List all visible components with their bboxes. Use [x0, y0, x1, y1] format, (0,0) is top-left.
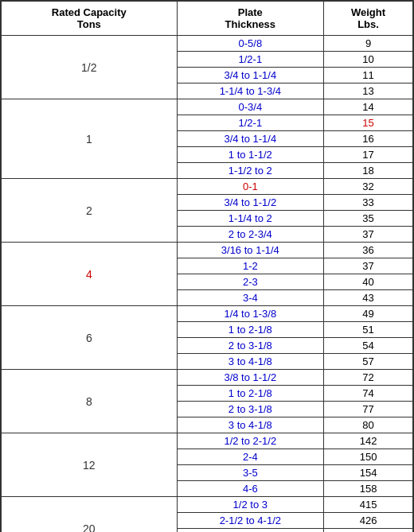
weight-cell: 80 — [324, 417, 413, 433]
capacity-cell: 2 — [1, 179, 177, 243]
weight-cell: 49 — [324, 306, 413, 322]
capacity-table: Rated CapacityTons PlateThickness Weight… — [0, 0, 414, 532]
plate-cell: 1 to 1-1/2 — [177, 147, 324, 163]
weight-cell: 15 — [324, 115, 413, 131]
plate-cell: 3/8 to 1-1/2 — [177, 370, 324, 386]
weight-cell: 43 — [324, 290, 413, 306]
plate-cell: 3/16 to 1-1/4 — [177, 243, 324, 258]
header-plate: PlateThickness — [177, 1, 324, 36]
plate-cell: 1/2 to 3 — [177, 497, 324, 513]
weight-cell: 430 — [324, 529, 413, 533]
weight-cell: 415 — [324, 497, 413, 513]
weight-cell: 51 — [324, 322, 413, 338]
plate-cell: 2-3 — [177, 274, 324, 290]
weight-cell: 158 — [324, 481, 413, 497]
plate-cell: 2 to 3-1/8 — [177, 338, 324, 354]
weight-cell: 57 — [324, 354, 413, 370]
weight-cell: 9 — [324, 36, 413, 52]
capacity-cell: 1 — [1, 99, 177, 179]
plate-cell: 1-2 — [177, 258, 324, 274]
header-capacity: Rated CapacityTons — [1, 1, 177, 36]
plate-cell: 2 to 3-1/8 — [177, 402, 324, 417]
plate-cell: 1/4 to 1-3/8 — [177, 306, 324, 322]
plate-cell: 1 to 2-1/8 — [177, 322, 324, 338]
weight-cell: 37 — [324, 258, 413, 274]
plate-cell: 1-1/2 to 2 — [177, 163, 324, 179]
plate-cell: 3/4 to 1-1/4 — [177, 131, 324, 147]
plate-cell: 3 to 4-1/8 — [177, 417, 324, 433]
capacity-cell: 20 — [1, 497, 177, 533]
weight-cell: 11 — [324, 68, 413, 83]
weight-cell: 72 — [324, 370, 413, 386]
weight-cell: 33 — [324, 195, 413, 211]
plate-cell: 1-1/4 to 1-3/4 — [177, 83, 324, 99]
capacity-cell: 8 — [1, 370, 177, 433]
plate-cell: 1/2-1 — [177, 52, 324, 68]
plate-cell: 3-4 — [177, 290, 324, 306]
plate-cell: 3-5 — [177, 529, 324, 533]
capacity-cell: 6 — [1, 306, 177, 370]
plate-cell: 2 to 2-3/4 — [177, 227, 324, 243]
plate-cell: 1/2 to 2-1/2 — [177, 433, 324, 449]
capacity-cell: 12 — [1, 433, 177, 497]
weight-cell: 37 — [324, 227, 413, 243]
weight-cell: 40 — [324, 274, 413, 290]
weight-cell: 36 — [324, 243, 413, 258]
plate-cell: 3/4 to 1-1/2 — [177, 195, 324, 211]
plate-cell: 1 to 2-1/8 — [177, 386, 324, 402]
plate-cell: 0-5/8 — [177, 36, 324, 52]
weight-cell: 17 — [324, 147, 413, 163]
plate-cell: 3 to 4-1/8 — [177, 354, 324, 370]
weight-cell: 32 — [324, 179, 413, 195]
weight-cell: 13 — [324, 83, 413, 99]
plate-cell: 0-1 — [177, 179, 324, 195]
capacity-cell: 4 — [1, 243, 177, 306]
weight-cell: 35 — [324, 211, 413, 227]
plate-cell: 1/2-1 — [177, 115, 324, 131]
weight-cell: 54 — [324, 338, 413, 354]
weight-cell: 74 — [324, 386, 413, 402]
weight-cell: 14 — [324, 99, 413, 115]
weight-cell: 150 — [324, 449, 413, 465]
plate-cell: 2-4 — [177, 449, 324, 465]
plate-cell: 3/4 to 1-1/4 — [177, 68, 324, 83]
weight-cell: 154 — [324, 465, 413, 481]
plate-cell: 1-1/4 to 2 — [177, 211, 324, 227]
main-table-wrapper: Rated CapacityTons PlateThickness Weight… — [0, 0, 414, 532]
plate-cell: 2-1/2 to 4-1/2 — [177, 513, 324, 529]
plate-cell: 4-6 — [177, 481, 324, 497]
weight-cell: 16 — [324, 131, 413, 147]
plate-cell: 0-3/4 — [177, 99, 324, 115]
capacity-cell: 1/2 — [1, 36, 177, 99]
weight-cell: 18 — [324, 163, 413, 179]
header-weight: WeightLbs. — [324, 1, 413, 36]
plate-cell: 3-5 — [177, 465, 324, 481]
weight-cell: 77 — [324, 402, 413, 417]
weight-cell: 10 — [324, 52, 413, 68]
weight-cell: 142 — [324, 433, 413, 449]
weight-cell: 426 — [324, 513, 413, 529]
